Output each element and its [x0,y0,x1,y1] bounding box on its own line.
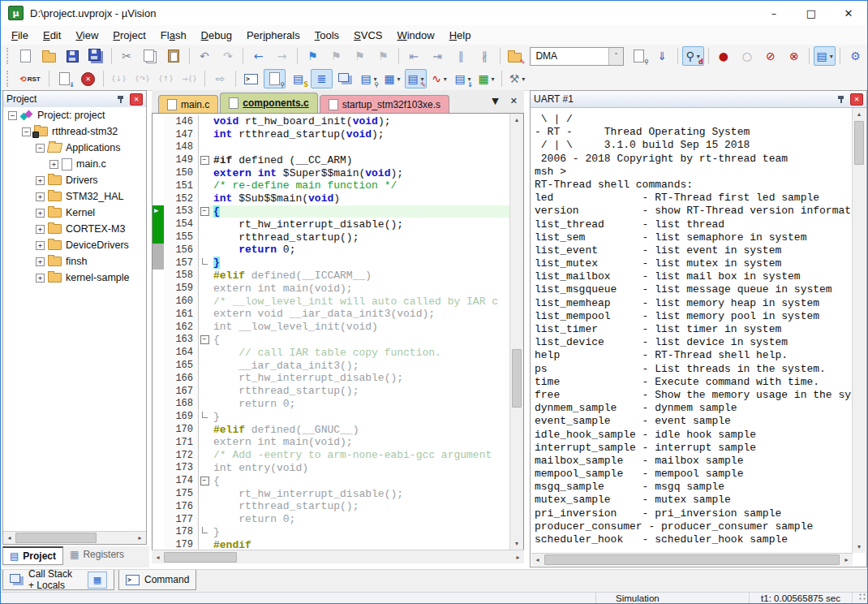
menu-file[interactable]: File [4,27,36,44]
next-bookmark-button[interactable]: ⚑ [349,46,371,66]
scroll-right-icon[interactable]: ▸ [840,554,853,566]
undo-button[interactable]: ↶ [193,46,215,66]
disassembly-window-button[interactable]: ⚲ [264,69,286,88]
expand-icon[interactable]: + [36,209,45,218]
menu-tools[interactable]: Tools [307,27,346,44]
close-panel-icon[interactable]: ✕ [850,93,863,106]
paste-button[interactable] [163,46,185,66]
collapse-icon[interactable]: − [8,111,17,120]
menu-help[interactable]: Help [442,27,479,44]
redo-button[interactable]: ↷ [217,46,238,66]
scrollbar-thumb[interactable] [544,554,840,565]
breakpoint-margin[interactable] [153,372,164,385]
collapse-icon[interactable]: − [36,144,45,153]
configure-flash-folder-button[interactable]: ✎ [504,46,526,66]
start-stop-debug-session-button[interactable]: ⚲d▾ [682,46,704,66]
watch-windows-button[interactable]: ▤✎▾ [405,69,427,88]
memory-window-button[interactable]: ▦ [88,572,107,589]
cut-button[interactable]: ✂ [116,46,138,66]
reset-cpu-button[interactable]: ⟲RST [15,69,45,88]
tree-item-stm32-hal[interactable]: +STM32_HAL [3,188,146,205]
enable-disable-breakpoint-button[interactable]: ○ [736,46,758,66]
maximize-button[interactable]: □ [793,1,830,25]
menu-debug[interactable]: Debug [194,27,239,44]
serial-windows-button[interactable]: ≣ [311,69,333,88]
logic-analyzer-dropdown-icon[interactable]: ▾ [444,76,447,83]
debug-windows-layout-dropdown-icon[interactable]: ▾ [830,53,833,60]
step-out-button[interactable]: {↑} [155,69,177,88]
fold-column[interactable]: − [199,153,210,166]
breakpoint-margin[interactable] [153,526,164,539]
breakpoint-margin[interactable] [153,115,164,128]
scrollbar-thumb[interactable] [15,533,97,543]
breakpoint-margin[interactable] [153,346,164,359]
previous-bookmark-button[interactable]: ⚑ [325,46,347,66]
call-stack-tab[interactable]: Call Stack + Locals ▦ [2,570,114,590]
scroll-up-icon[interactable]: ▴ [853,108,866,120]
breakpoint-margin[interactable] [153,179,164,192]
save-all-button[interactable] [85,46,107,66]
tree-item-finsh[interactable]: +finsh [3,253,146,270]
copy-button[interactable] [140,46,161,66]
document-list-dropdown-icon[interactable]: ▼ [492,96,498,106]
stop-button[interactable] [77,69,99,88]
scrollbar-thumb[interactable] [854,121,864,165]
scroll-up-icon[interactable]: ▴ [510,114,523,126]
scrollbar-thumb[interactable] [512,349,522,408]
scroll-left-icon[interactable]: ◂ [531,554,544,566]
breakpoint-margin[interactable] [153,385,164,398]
document-tab-components-c[interactable]: components.c [220,93,317,113]
tab-project[interactable]: ▤Project [2,546,63,565]
system-viewer-button[interactable]: ▤⇓▾ [452,69,474,88]
toolbox-dropdown-icon[interactable]: ▾ [492,76,495,83]
expand-icon[interactable]: + [36,241,45,250]
editor-hscrollbar[interactable]: ◂ ▸ [152,550,524,563]
fold-collapse-icon[interactable]: − [200,477,209,485]
tab-registers[interactable]: ▦Registers [63,546,131,563]
insert-remove-breakpoint-button[interactable]: ● [712,46,734,66]
toolbox-button[interactable]: ▦▾ [475,69,497,88]
close-panel-icon[interactable]: ✕ [130,93,143,106]
run-button[interactable]: ⇓ [54,69,75,88]
save-button[interactable] [62,46,84,66]
tree-item-drivers[interactable]: +Drivers [3,172,146,188]
memory-windows-button[interactable]: ▦▾ [381,69,403,88]
debug-tools-button[interactable]: ⚒▾ [506,69,528,88]
tree-item-main-c[interactable]: +main.c [3,156,146,172]
indent-button[interactable]: ⇥ [427,46,449,66]
pin-icon[interactable] [836,94,846,104]
show-next-statement-button[interactable]: ⇨ [209,69,231,88]
expand-icon[interactable]: + [36,225,45,234]
menu-project[interactable]: Project [105,27,153,44]
breakpoint-margin[interactable] [153,244,164,257]
comment-selection-button[interactable]: ∥ [450,46,472,66]
pin-icon[interactable] [116,94,126,104]
tree-item-project-project[interactable]: −Project: project [3,107,146,123]
breakpoint-margin[interactable] [153,500,164,513]
code-editor[interactable]: 146void rt_hw_board_init(void);147int rt… [152,113,524,550]
breakpoint-margin[interactable] [153,282,164,295]
tree-item-applications[interactable]: −Applications [3,140,146,156]
breakpoint-margin[interactable] [153,423,164,436]
breakpoint-margin[interactable] [153,141,164,154]
scroll-right-icon[interactable]: ▸ [512,550,524,563]
breakpoint-margin[interactable] [153,257,164,270]
current-statement-marker[interactable] [153,205,164,218]
breakpoint-margin[interactable] [153,513,164,526]
fold-collapse-icon[interactable]: − [200,207,209,216]
project-tree-hscrollbar[interactable]: ◂ ▸ [3,531,146,544]
breakpoint-margin[interactable] [153,474,164,487]
menu-flash[interactable]: Flash [153,27,194,44]
tree-item-rtthread-stm32[interactable]: −rtthread-stm32 [3,123,146,140]
resize-grip[interactable] [857,593,866,602]
memory-windows-dropdown-icon[interactable]: ▾ [397,76,401,83]
debug-tools-dropdown-icon[interactable]: ▾ [522,76,525,83]
menu-window[interactable]: Window [389,27,441,44]
breakpoint-margin[interactable] [153,410,164,423]
symbols-window-button[interactable]: ▤S [287,69,309,88]
breakpoint-margin[interactable] [153,321,164,334]
close-button[interactable]: ✕ [830,1,867,25]
editor-vscrollbar[interactable]: ▴ ▾ [509,114,523,550]
breakpoint-margin[interactable] [153,308,164,321]
breakpoint-margin[interactable] [153,128,164,141]
